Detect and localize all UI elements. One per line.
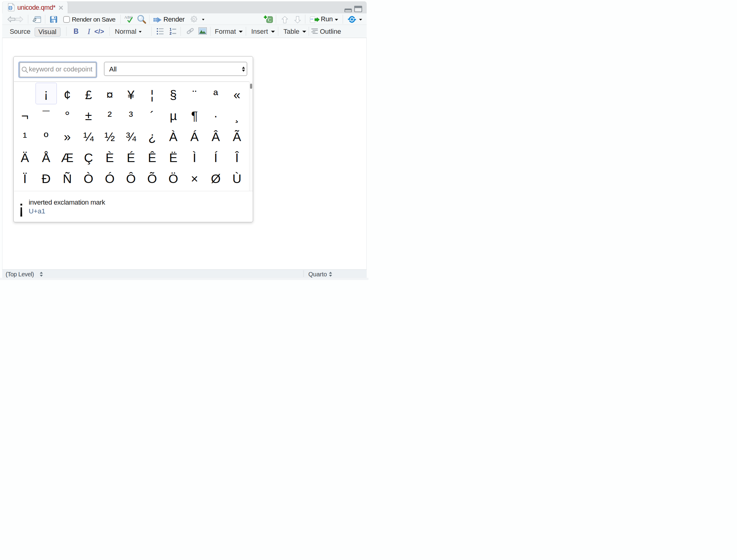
svg-text:2: 2 (170, 31, 172, 36)
svg-text:1: 1 (170, 27, 172, 32)
svg-text:C: C (268, 17, 271, 23)
